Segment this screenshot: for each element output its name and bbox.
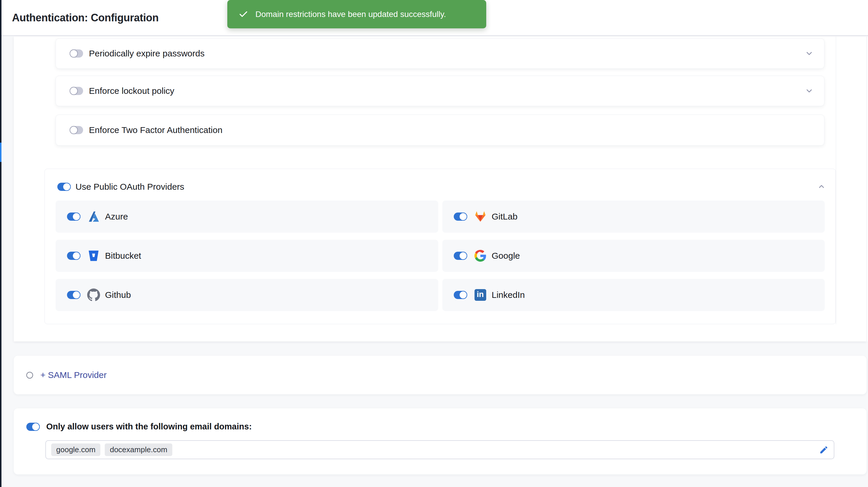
toggle-knob bbox=[459, 213, 467, 221]
policy-label: Periodically expire passwords bbox=[89, 48, 205, 59]
provider-row-gitlab: GitLab bbox=[442, 200, 825, 233]
toggle-knob bbox=[72, 291, 81, 299]
toggle-knob bbox=[70, 50, 78, 58]
provider-row-azure: Azure bbox=[56, 200, 438, 233]
email-domains-card: Only allow users with the following emai… bbox=[14, 409, 867, 475]
toggle-knob bbox=[70, 87, 78, 95]
provider-row-bitbucket: Bitbucket bbox=[56, 240, 438, 272]
google-icon bbox=[474, 249, 487, 262]
toggle-knob bbox=[70, 126, 78, 134]
provider-label: GitLab bbox=[492, 212, 518, 222]
policy-card-lockout: Enforce lockout policy bbox=[56, 76, 825, 106]
policy-card-two-factor: Enforce Two Factor Authentication bbox=[56, 115, 825, 145]
toggle-knob bbox=[63, 183, 71, 191]
saml-radio[interactable] bbox=[26, 372, 33, 379]
two-factor-toggle[interactable] bbox=[70, 126, 83, 134]
azure-toggle[interactable] bbox=[67, 213, 81, 221]
oauth-section-header: Use Public OAuth Providers bbox=[57, 182, 184, 192]
panel-divider bbox=[836, 36, 836, 324]
scrollbar-gutter[interactable] bbox=[867, 36, 868, 342]
lockout-policy-toggle[interactable] bbox=[70, 87, 83, 95]
policy-label: Enforce lockout policy bbox=[89, 86, 174, 96]
provider-label: Azure bbox=[105, 212, 128, 222]
toggle-knob bbox=[459, 252, 467, 260]
edit-pencil-icon[interactable] bbox=[819, 445, 829, 455]
provider-row-linkedin: in LinkedIn bbox=[442, 279, 825, 311]
chevron-up-icon[interactable] bbox=[817, 183, 826, 191]
email-domains-label: Only allow users with the following emai… bbox=[46, 422, 252, 431]
github-icon bbox=[87, 288, 100, 302]
provider-label: LinkedIn bbox=[492, 290, 525, 300]
linkedin-icon: in bbox=[474, 288, 487, 302]
sidebar-active-indicator bbox=[0, 143, 1, 162]
linkedin-toggle[interactable] bbox=[454, 291, 467, 299]
domain-chip[interactable]: docexample.com bbox=[105, 444, 172, 456]
toggle-knob bbox=[72, 213, 81, 221]
email-domains-toggle[interactable] bbox=[26, 423, 40, 431]
provider-label: Bitbucket bbox=[105, 251, 141, 261]
provider-grid: Azure GitLab bbox=[56, 200, 825, 311]
page-title: Authentication: Configuration bbox=[12, 12, 159, 24]
github-toggle[interactable] bbox=[67, 291, 81, 299]
provider-label: Github bbox=[105, 290, 131, 300]
policy-label: Enforce Two Factor Authentication bbox=[89, 125, 222, 135]
authentication-configuration-page: Authentication: Configuration Domain res… bbox=[0, 0, 868, 487]
saml-provider-card: + SAML Provider bbox=[14, 356, 867, 394]
policy-card-expire-passwords: Periodically expire passwords bbox=[56, 38, 825, 69]
oauth-providers-section: Use Public OAuth Providers Azure bbox=[44, 169, 836, 324]
gitlab-icon bbox=[474, 210, 487, 223]
provider-row-github: Github bbox=[56, 279, 438, 311]
bitbucket-icon bbox=[87, 249, 100, 262]
add-saml-provider-link[interactable]: + SAML Provider bbox=[40, 370, 106, 380]
email-domains-input[interactable]: google.com docexample.com bbox=[45, 440, 834, 459]
expire-passwords-toggle[interactable] bbox=[70, 50, 83, 58]
google-toggle[interactable] bbox=[454, 252, 467, 260]
check-icon bbox=[239, 9, 248, 19]
provider-row-google: Google bbox=[442, 240, 825, 272]
toggle-knob bbox=[72, 252, 81, 260]
success-toast[interactable]: Domain restrictions have been updated su… bbox=[227, 0, 486, 28]
toast-message: Domain restrictions have been updated su… bbox=[255, 10, 446, 19]
email-domains-header: Only allow users with the following emai… bbox=[26, 422, 252, 431]
provider-label: Google bbox=[492, 251, 520, 261]
azure-icon bbox=[87, 210, 100, 223]
chevron-down-icon[interactable] bbox=[805, 49, 814, 58]
oauth-providers-toggle[interactable] bbox=[57, 183, 71, 191]
oauth-section-label: Use Public OAuth Providers bbox=[75, 182, 184, 192]
sidebar-edge bbox=[0, 0, 1, 487]
linkedin-glyph: in bbox=[474, 289, 486, 301]
toggle-knob bbox=[459, 291, 467, 299]
domain-chip[interactable]: google.com bbox=[51, 444, 100, 456]
chevron-down-icon[interactable] bbox=[805, 87, 814, 95]
gitlab-toggle[interactable] bbox=[454, 213, 467, 221]
toggle-knob bbox=[32, 423, 40, 431]
bitbucket-toggle[interactable] bbox=[67, 252, 81, 260]
